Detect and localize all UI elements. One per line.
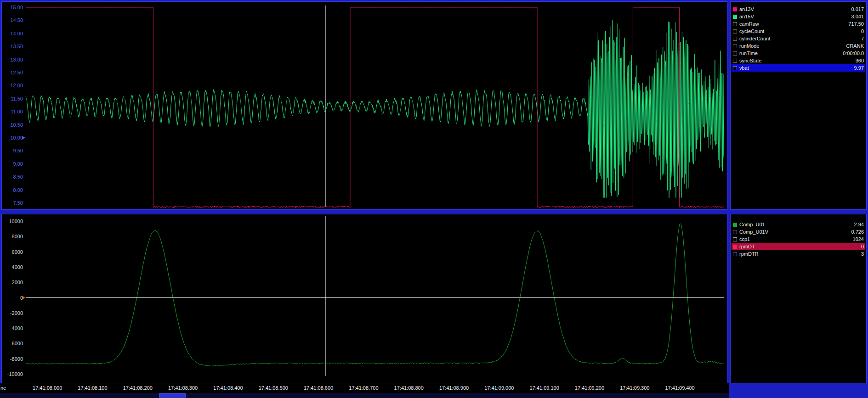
- signal-value: 3: [861, 251, 864, 257]
- time-axis: ne 17:41:08.00017:41:08.10017:41:08.2001…: [0, 383, 729, 393]
- signal-name: an13V: [739, 6, 851, 12]
- signal-row-an13V[interactable]: an13V0.017: [732, 6, 865, 13]
- cam-chart-panel: 1000080006000400020000-2000-4000-6000-80…: [1, 214, 727, 383]
- signal-value: 9.97: [854, 65, 864, 71]
- top-left-cursor-marker[interactable]: [22, 136, 25, 140]
- signal-name: ccp1: [739, 236, 853, 242]
- signal-rows-secondary: Comp_U012.94Comp_U01V0.726ccp11024rpmDT0…: [732, 221, 865, 258]
- signal-name: vbat: [739, 65, 854, 71]
- time-axis-partial-label: ne: [0, 385, 6, 391]
- signal-list-primary: an13V0.017an15V3.041camRaw717.50cycleCou…: [730, 1, 867, 210]
- signal-value: 0.726: [851, 229, 864, 235]
- signal-row-rpmDT[interactable]: rpmDT0: [732, 243, 865, 250]
- time-tick-label: 17:41:09.400: [655, 385, 705, 391]
- time-tick-label: 17:41:08.600: [293, 385, 344, 391]
- signal-row-rpmDTR[interactable]: rpmDTR3: [732, 250, 865, 258]
- time-tick-label: 17:41:08.900: [429, 385, 479, 391]
- signal-color-swatch: [733, 7, 737, 11]
- signal-value: 3.041: [851, 14, 864, 19]
- signal-color-swatch: [733, 44, 737, 48]
- signal-name: Comp_U01V: [739, 229, 851, 235]
- signal-color-swatch: [733, 15, 737, 19]
- signal-value: 7: [861, 36, 864, 41]
- signal-color-swatch: [733, 22, 737, 26]
- signal-row-runMode[interactable]: runModeCRANK: [732, 42, 865, 50]
- signal-value: 0:00:00.0: [843, 50, 864, 56]
- signal-row-cycleCount[interactable]: cycleCount0: [732, 28, 865, 35]
- time-tick-label: 17:41:09.000: [474, 385, 524, 391]
- signal-name: cylinderCount: [739, 36, 861, 41]
- signal-name: camRaw: [739, 21, 848, 27]
- signal-value: 360: [856, 58, 864, 63]
- time-tick-label: 17:41:09.100: [519, 385, 570, 391]
- signal-value: 1024: [853, 236, 864, 242]
- signal-value: 717.50: [848, 21, 864, 27]
- scrollbar-thumb[interactable]: [159, 393, 186, 398]
- time-tick-label: 17:41:09.300: [609, 385, 660, 391]
- time-tick-label: 17:41:08.800: [384, 385, 434, 391]
- signal-color-swatch: [733, 245, 737, 249]
- signal-list-secondary: Comp_U012.94Comp_U01V0.726ccp11024rpmDT0…: [730, 214, 867, 383]
- bottom-chart[interactable]: [2, 214, 727, 383]
- signal-color-swatch: [733, 223, 737, 227]
- signal-row-cylinderCount[interactable]: cylinderCount7: [732, 35, 865, 42]
- signal-rows-primary: an13V0.017an15V3.041camRaw717.50cycleCou…: [732, 6, 865, 72]
- voltage-trace: [26, 20, 724, 197]
- cam-trace: [26, 224, 724, 366]
- signal-color-swatch: [733, 59, 737, 63]
- voltage-chart-panel: 15.0014.5014.0013.5013.0012.5012.0011.50…: [1, 1, 727, 210]
- signal-name: syncState: [739, 58, 856, 63]
- time-tick-label: 17:41:08.300: [158, 385, 208, 391]
- signal-value: 0: [861, 28, 864, 34]
- signal-row-Comp_U01V[interactable]: Comp_U01V0.726: [732, 228, 865, 235]
- signal-value: 0.017: [851, 6, 864, 12]
- signal-row-camRaw[interactable]: camRaw717.50: [732, 20, 865, 28]
- signal-row-vbat[interactable]: vbat9.97: [732, 64, 865, 72]
- time-tick-label: 17:41:08.000: [22, 385, 73, 391]
- signal-color-swatch: [733, 66, 737, 70]
- signal-color-swatch: [733, 37, 737, 41]
- horizontal-scrollbar[interactable]: [0, 393, 729, 398]
- time-tick-label: 17:41:08.500: [248, 385, 299, 391]
- signal-name: runMode: [739, 43, 846, 49]
- signal-row-ccp1[interactable]: ccp11024: [732, 235, 865, 243]
- time-tick-label: 17:41:08.400: [203, 385, 253, 391]
- signal-value: 0: [861, 244, 864, 249]
- signal-name: cycleCount: [739, 28, 861, 34]
- log-viewer-window: 15.0014.5014.0013.5013.0012.5012.0011.50…: [0, 0, 868, 398]
- signal-name: an15V: [739, 14, 851, 19]
- signal-row-an15V[interactable]: an15V3.041: [732, 13, 865, 20]
- signal-value: CRANK: [846, 43, 864, 49]
- signal-value: 2.94: [854, 222, 864, 227]
- signal-color-swatch: [733, 51, 737, 56]
- signal-color-swatch: [733, 252, 737, 256]
- signal-row-syncState[interactable]: syncState360: [732, 57, 865, 64]
- signal-name: rpmDT: [739, 244, 861, 249]
- signal-name: rpmDTR: [739, 251, 861, 257]
- signal-name: runTime: [739, 50, 843, 56]
- signal-color-swatch: [733, 230, 737, 234]
- time-tick-label: 17:41:08.100: [67, 385, 118, 391]
- time-tick-label: 17:41:09.200: [564, 385, 615, 391]
- signal-row-runTime[interactable]: runTime0:00:00.0: [732, 50, 865, 57]
- bottom-left-cursor-marker[interactable]: [22, 296, 25, 300]
- signal-color-swatch: [733, 29, 737, 34]
- signal-row-Comp_U01[interactable]: Comp_U012.94: [732, 221, 865, 228]
- signal-name: Comp_U01: [739, 222, 854, 227]
- top-chart[interactable]: [2, 2, 727, 209]
- time-tick-label: 17:41:08.200: [113, 385, 163, 391]
- time-tick-label: 17:41:08.700: [338, 385, 389, 391]
- signal-color-swatch: [733, 237, 737, 241]
